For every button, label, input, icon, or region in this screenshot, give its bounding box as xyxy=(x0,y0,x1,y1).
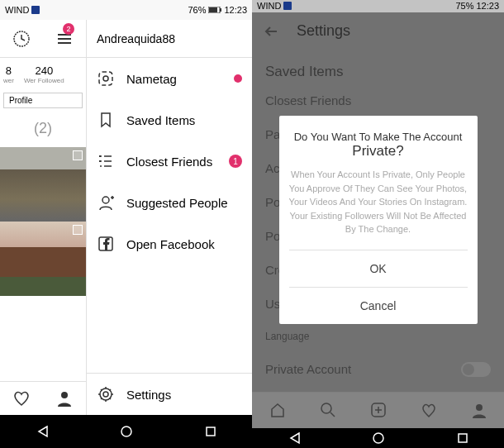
menu-nametag[interactable]: Nametag xyxy=(87,58,252,99)
svg-rect-1 xyxy=(209,7,217,12)
svg-point-6 xyxy=(103,76,108,81)
menu-label: Nametag xyxy=(126,72,177,86)
svg-point-11 xyxy=(121,427,131,436)
wifi-icon xyxy=(31,6,40,14)
svg-rect-17 xyxy=(459,434,467,442)
heart-icon[interactable] xyxy=(12,388,31,408)
nav-back-icon[interactable] xyxy=(288,431,301,445)
post-count: (2) xyxy=(0,110,86,147)
carrier: WIND xyxy=(5,5,29,15)
nav-home-icon[interactable] xyxy=(372,431,385,445)
battery-pct: 76% xyxy=(188,5,206,15)
history-icon[interactable] xyxy=(12,30,31,48)
svg-point-10 xyxy=(103,392,108,397)
notification-dot xyxy=(234,74,242,83)
nametag-icon xyxy=(97,69,115,88)
edit-profile-button[interactable]: Profile xyxy=(3,93,83,108)
battery-pct: 75% xyxy=(455,1,473,11)
phone-left: WIND 76% 12:23 2 8 wer xyxy=(0,0,252,448)
battery-icon xyxy=(208,7,221,13)
svg-point-16 xyxy=(373,433,383,443)
username[interactable]: Andreaquida88 xyxy=(87,20,252,58)
status-bar-right: WIND 75% 12:23 xyxy=(252,0,504,12)
menu-label: Suggested People xyxy=(126,196,228,210)
stat-following[interactable]: 240 Wer Followed xyxy=(24,64,64,84)
menu-label: Closest Friends xyxy=(126,155,212,169)
bookmark-icon xyxy=(97,111,115,129)
android-nav xyxy=(0,415,252,448)
list-icon xyxy=(97,152,115,170)
gear-icon xyxy=(97,385,115,403)
drawer-menu: Andreaquida88 Nametag Saved Items Closes… xyxy=(87,20,252,415)
svg-rect-5 xyxy=(99,72,112,85)
facebook-icon xyxy=(97,235,115,253)
status-bar-left: WIND 76% 12:23 xyxy=(0,0,252,20)
clock: 12:23 xyxy=(224,5,247,15)
android-nav xyxy=(252,428,504,448)
nav-recent-icon[interactable] xyxy=(205,426,216,437)
wifi-icon xyxy=(283,2,292,10)
menu-saved[interactable]: Saved Items xyxy=(87,99,252,141)
add-person-icon xyxy=(97,193,115,212)
menu-facebook[interactable]: Open Facebook xyxy=(87,223,252,265)
svg-rect-2 xyxy=(220,8,221,12)
menu-label: Saved Items xyxy=(126,113,195,127)
clock: 12:23 xyxy=(476,1,499,11)
profile-sidebar: 2 8 wer 240 Wer Followed Profile (2) xyxy=(0,20,87,415)
nav-recent-icon[interactable] xyxy=(457,432,468,444)
stat-followers[interactable]: 8 wer xyxy=(3,64,14,84)
menu-settings[interactable]: Settings xyxy=(87,374,252,415)
carrier: WIND xyxy=(257,1,281,11)
menu-badge: 2 xyxy=(63,23,74,35)
menu-label: Open Facebook xyxy=(126,237,215,251)
privacy-dialog: Do You Want To Make The Account Private?… xyxy=(279,116,478,324)
dialog-ok-button[interactable]: OK xyxy=(289,250,468,287)
notification-badge: 1 xyxy=(229,155,242,168)
svg-point-7 xyxy=(102,197,109,203)
dialog-body: When Your Account Is Private, Only Peopl… xyxy=(289,168,468,236)
nav-home-icon[interactable] xyxy=(120,425,133,438)
nav-back-icon[interactable] xyxy=(36,425,49,438)
phone-right: WIND 75% 12:23 Settings Saved Items Clos… xyxy=(252,0,504,448)
carousel-icon xyxy=(73,150,83,160)
menu-suggested[interactable]: Suggested People xyxy=(87,182,252,223)
menu-close-friends[interactable]: Closest Friends 1 xyxy=(87,141,252,182)
svg-point-4 xyxy=(61,392,68,398)
post-thumbnail[interactable] xyxy=(0,147,86,222)
dialog-title-line2: Private? xyxy=(289,143,468,160)
post-thumbnail[interactable] xyxy=(0,222,86,296)
carousel-icon xyxy=(73,225,83,235)
menu-label: Settings xyxy=(126,388,171,402)
dialog-cancel-button[interactable]: Cancel xyxy=(289,287,468,324)
svg-rect-12 xyxy=(207,427,215,436)
profile-icon[interactable] xyxy=(55,388,74,408)
modal-overlay: Do You Want To Make The Account Private?… xyxy=(252,12,504,428)
dialog-title-line1: Do You Want To Make The Account xyxy=(289,131,468,143)
